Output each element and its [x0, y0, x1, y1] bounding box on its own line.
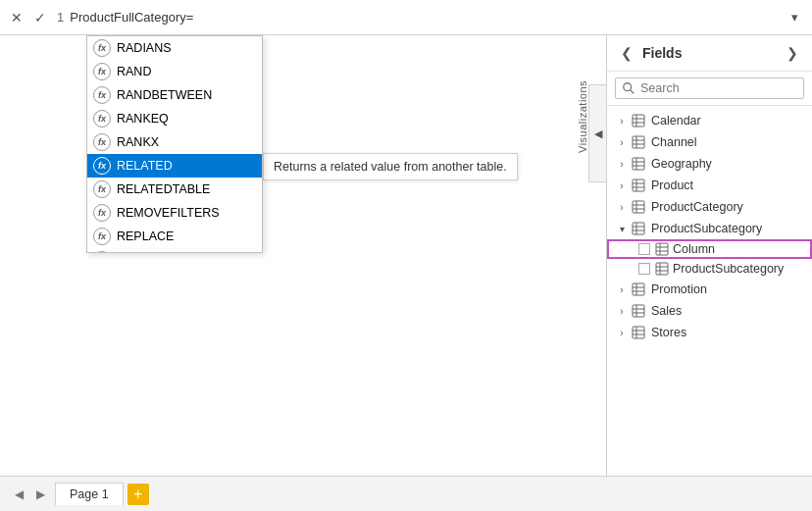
- autocomplete-item[interactable]: fx RELATED: [87, 154, 262, 178]
- expand-chevron-icon: ›: [615, 326, 629, 339]
- field-group-header[interactable]: › Product: [607, 175, 812, 196]
- fields-header: ❮ Fields ❯: [607, 35, 812, 72]
- autocomplete-item-label: RELATEDTABLE: [117, 182, 210, 196]
- expand-chevron-icon: ›: [615, 179, 629, 192]
- expand-chevron-icon: ›: [615, 157, 629, 171]
- function-icon: fx: [93, 110, 111, 128]
- next-page-button[interactable]: ▶: [29, 484, 51, 505]
- group-label: Calendar: [651, 114, 701, 128]
- search-input[interactable]: [640, 81, 797, 95]
- group-label: Channel: [651, 135, 697, 149]
- expand-chevron-icon: ›: [615, 114, 629, 128]
- function-icon: fx: [93, 204, 111, 222]
- field-group-header[interactable]: › Calendar: [607, 110, 812, 131]
- group-label: ProductSubcategory: [651, 222, 762, 235]
- autocomplete-item[interactable]: fx RANKEQ: [87, 107, 262, 130]
- search-box: [615, 77, 804, 99]
- svg-point-0: [624, 83, 632, 91]
- svg-rect-6: [633, 136, 644, 148]
- expand-chevron-icon: ›: [615, 135, 629, 149]
- table-icon: [631, 178, 646, 193]
- group-label: Product: [651, 179, 693, 192]
- field-label: Column: [673, 242, 715, 256]
- field-item[interactable]: ProductSubcategory: [607, 259, 812, 279]
- add-page-button[interactable]: +: [127, 484, 149, 505]
- autocomplete-item-label: RAND: [117, 65, 151, 78]
- formula-bar: ✕ ✓ 1 ▾: [0, 0, 812, 35]
- autocomplete-item[interactable]: fx RAND: [87, 60, 262, 83]
- field-group: › Stores: [607, 322, 812, 343]
- group-label: Geography: [651, 157, 712, 171]
- field-table-icon: [655, 242, 669, 256]
- table-icon: [631, 281, 646, 297]
- autocomplete-item[interactable]: fx RELATEDTABLE: [87, 178, 262, 201]
- field-group: ▾ ProductSubcategory Column: [607, 218, 812, 279]
- field-group: › Sales: [607, 300, 812, 322]
- tooltip-text: Returns a related value from another tab…: [274, 160, 507, 174]
- svg-rect-34: [633, 283, 644, 295]
- function-icon: fx: [93, 157, 111, 175]
- autocomplete-item[interactable]: fx REMOVEFILTERS: [87, 201, 262, 225]
- fields-panel: ❮ Fields ❯ › Cal: [606, 35, 812, 476]
- field-label: ProductSubcategory: [673, 262, 784, 276]
- group-label: Stores: [651, 326, 686, 339]
- svg-rect-10: [633, 158, 644, 170]
- svg-rect-14: [633, 179, 644, 191]
- fields-search-area: [607, 72, 812, 106]
- svg-rect-42: [633, 327, 644, 338]
- table-icon: [631, 199, 646, 215]
- fields-expand-button[interactable]: ❯: [783, 43, 802, 63]
- group-label: ProductCategory: [651, 200, 743, 214]
- fields-collapse-button[interactable]: ❮: [617, 43, 636, 63]
- field-group-header[interactable]: › Sales: [607, 300, 812, 322]
- fields-list: › Calendar › Channel › Geography: [607, 106, 812, 476]
- formula-chevron-icon[interactable]: ▾: [785, 8, 804, 27]
- field-checkbox[interactable]: [638, 243, 650, 255]
- table-icon: [631, 134, 646, 150]
- prev-page-button[interactable]: ◀: [8, 484, 29, 505]
- expand-chevron-icon: ›: [615, 200, 629, 214]
- viz-label: Visualizations: [577, 65, 588, 153]
- field-group-header[interactable]: › Channel: [607, 131, 812, 153]
- field-group-header[interactable]: ▾ ProductSubcategory: [607, 218, 812, 239]
- confirm-icon[interactable]: ✓: [31, 9, 49, 26]
- page-tab[interactable]: Page 1: [55, 483, 124, 505]
- function-icon: fx: [93, 133, 111, 151]
- autocomplete-item[interactable]: fx REPT: [87, 248, 262, 252]
- field-group: › Channel: [607, 131, 812, 153]
- formula-input[interactable]: [70, 10, 785, 25]
- function-icon: fx: [93, 63, 111, 80]
- search-icon: [622, 81, 635, 95]
- formula-line-number: 1: [57, 10, 64, 25]
- expand-chevron-icon: ›: [615, 282, 629, 296]
- autocomplete-item[interactable]: fx RANDBETWEEN: [87, 83, 262, 107]
- svg-rect-18: [633, 201, 644, 213]
- group-label: Promotion: [651, 282, 707, 296]
- table-icon: [631, 113, 646, 128]
- table-icon: [631, 303, 646, 319]
- autocomplete-list: fx RADIANSfx RANDfx RANDBETWEENfx RANKEQ…: [87, 36, 262, 252]
- function-icon: fx: [93, 228, 111, 245]
- function-icon: fx: [93, 180, 111, 198]
- bottom-bar: ◀ ▶ Page 1 +: [0, 476, 812, 511]
- expand-chevron-icon: ▾: [615, 222, 629, 235]
- table-icon: [631, 221, 646, 236]
- field-group-header[interactable]: › Promotion: [607, 279, 812, 300]
- field-checkbox[interactable]: [638, 263, 650, 275]
- autocomplete-item[interactable]: fx RADIANS: [87, 36, 262, 60]
- field-group-header[interactable]: › Stores: [607, 322, 812, 343]
- autocomplete-item[interactable]: fx REPLACE: [87, 225, 262, 248]
- autocomplete-item[interactable]: fx RANKX: [87, 130, 262, 154]
- close-icon[interactable]: ✕: [8, 9, 25, 26]
- filter-arrow-button[interactable]: ◀: [588, 84, 606, 182]
- field-group: › Product: [607, 175, 812, 196]
- expand-chevron-icon: ›: [615, 304, 629, 318]
- field-group-header[interactable]: › Geography: [607, 153, 812, 175]
- autocomplete-dropdown: fx RADIANSfx RANDfx RANDBETWEENfx RANKEQ…: [86, 35, 263, 253]
- field-item[interactable]: Column: [607, 239, 812, 259]
- field-group-header[interactable]: › ProductCategory: [607, 196, 812, 218]
- field-group: › Geography: [607, 153, 812, 175]
- field-group: › Calendar: [607, 110, 812, 131]
- main-area: fx RADIANSfx RANDfx RANDBETWEENfx RANKEQ…: [0, 35, 812, 476]
- table-icon: [631, 325, 646, 340]
